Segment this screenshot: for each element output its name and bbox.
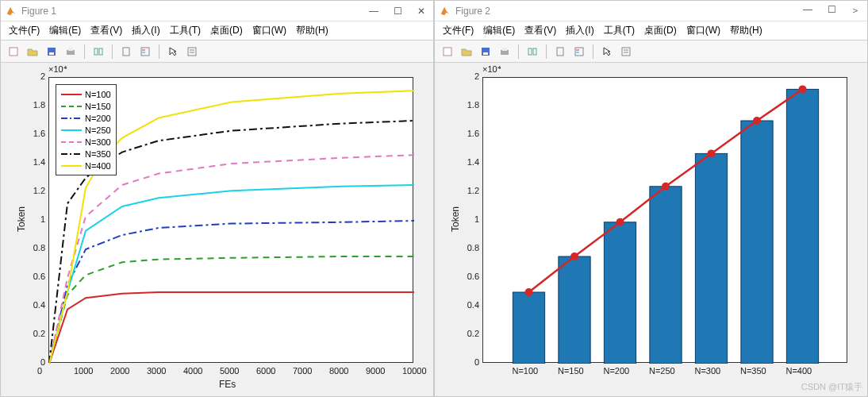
legend-item[interactable]: N=250 [61, 124, 111, 136]
y-tick: 1.8 [21, 100, 45, 110]
menu-desktop[interactable]: 桌面(D) [210, 24, 243, 37]
titlebar[interactable]: Figure 2 — ☐ ＞ [435, 1, 867, 21]
legend-item[interactable]: N=300 [61, 136, 111, 148]
y-tick: 0.4 [455, 300, 479, 310]
matlab-icon [6, 6, 17, 17]
print-icon[interactable] [63, 44, 79, 60]
menu-file[interactable]: 文件(F) [9, 24, 40, 37]
new-figure-icon[interactable] [440, 44, 455, 60]
menu-insert[interactable]: 插入(I) [132, 24, 159, 37]
menu-tools[interactable]: 工具(T) [604, 24, 635, 37]
legend-item[interactable]: N=350 [61, 148, 111, 160]
next-button[interactable]: ＞ [848, 4, 862, 17]
pointer-icon[interactable] [599, 44, 615, 60]
save-icon[interactable] [478, 44, 494, 60]
svg-rect-0 [10, 48, 17, 56]
menu-help[interactable]: 帮助(H) [730, 24, 762, 37]
y-tick: 1.6 [455, 129, 479, 138]
y-tick: 1.8 [455, 100, 479, 110]
axes-1[interactable]: N=100N=150N=200N=250N=300N=350N=400 [48, 77, 413, 363]
separator [546, 44, 547, 59]
svg-rect-2 [49, 52, 54, 55]
titlebar[interactable]: Figure 1 — ☐ ✕ [1, 1, 433, 21]
maximize-button[interactable]: ☐ [390, 6, 405, 17]
x-tick: N=300 [695, 366, 721, 376]
x-tick: 6000 [256, 366, 275, 376]
menu-window[interactable]: 窗口(W) [252, 24, 286, 37]
menu-insert[interactable]: 插入(I) [566, 24, 593, 37]
legend-item[interactable]: N=200 [61, 112, 111, 124]
menu-help[interactable]: 帮助(H) [296, 24, 328, 37]
legend-icon[interactable] [137, 44, 153, 60]
svg-rect-29 [575, 48, 583, 56]
separator [84, 44, 85, 59]
legend-item[interactable]: N=400 [61, 160, 111, 172]
open-icon[interactable] [25, 44, 40, 60]
legend-item[interactable]: N=150 [61, 100, 111, 112]
menubar: 文件(F) 编辑(E) 查看(V) 插入(I) 工具(T) 桌面(D) 窗口(W… [435, 21, 867, 40]
separator [518, 44, 519, 59]
x-tick: N=400 [786, 366, 812, 376]
svg-rect-4 [68, 48, 73, 51]
bar-chart [483, 78, 848, 364]
pointer-icon[interactable] [165, 44, 181, 60]
menu-view[interactable]: 查看(V) [90, 24, 122, 37]
y-tick: 1.6 [21, 129, 45, 138]
y-tick: 1 [455, 214, 479, 224]
menu-desktop[interactable]: 桌面(D) [644, 24, 677, 37]
svg-point-44 [616, 218, 624, 226]
minimize-button[interactable]: — [367, 6, 381, 17]
svg-rect-37 [604, 222, 636, 364]
axes-2[interactable] [482, 77, 847, 363]
save-icon[interactable] [44, 44, 60, 60]
legend-item[interactable]: N=100 [61, 88, 111, 100]
y-tick: 1 [21, 214, 45, 224]
data-cursor-icon[interactable] [618, 44, 634, 60]
legend-label: N=400 [85, 161, 111, 171]
new-figure-icon[interactable] [6, 44, 21, 60]
print-icon[interactable] [497, 44, 513, 60]
svg-rect-5 [94, 48, 98, 55]
open-icon[interactable] [459, 44, 474, 60]
x-axis-label: FEs [219, 379, 236, 390]
menu-view[interactable]: 查看(V) [524, 24, 556, 37]
legend-label: N=300 [85, 137, 111, 147]
y-tick: 0.6 [455, 272, 479, 281]
x-tick: N=350 [740, 366, 766, 376]
window-controls: — ☐ ✕ [367, 6, 428, 17]
svg-rect-38 [650, 187, 682, 364]
svg-point-42 [525, 288, 533, 296]
watermark: CSDN @IT猿手 [801, 381, 862, 393]
menubar: 文件(F) 编辑(E) 查看(V) 插入(I) 工具(T) 桌面(D) 窗口(W… [1, 21, 433, 40]
y-tick: 0.2 [21, 329, 45, 338]
legend[interactable]: N=100N=150N=200N=250N=300N=350N=400 [56, 84, 117, 175]
svg-rect-25 [502, 48, 507, 51]
x-tick: 4000 [183, 366, 202, 376]
plot-area-2: ×10⁴ Token 00.20.40.60.811.21.41.61.82 N… [435, 63, 867, 396]
menu-tools[interactable]: 工具(T) [170, 24, 201, 37]
close-button[interactable]: ✕ [414, 6, 428, 17]
y-tick: 0.2 [455, 329, 479, 338]
menu-edit[interactable]: 编辑(E) [49, 24, 81, 37]
svg-rect-7 [123, 48, 129, 56]
maximize-button[interactable]: ☐ [824, 4, 839, 17]
menu-window[interactable]: 窗口(W) [686, 24, 720, 37]
menu-edit[interactable]: 编辑(E) [483, 24, 515, 37]
toolbar [1, 40, 433, 63]
x-tick: 2000 [110, 366, 129, 376]
separator [112, 44, 113, 59]
y-tick: 0.4 [21, 300, 45, 310]
link-axes-icon[interactable] [90, 44, 106, 60]
svg-point-46 [708, 149, 716, 157]
link-axes-icon[interactable] [524, 44, 540, 60]
data-cursor-icon[interactable] [184, 44, 200, 60]
minimize-button[interactable]: — [801, 4, 815, 17]
svg-rect-36 [559, 256, 590, 364]
y-tick: 0.8 [21, 243, 45, 252]
legend-icon[interactable] [571, 44, 587, 60]
colorbar-icon[interactable] [552, 44, 568, 60]
colorbar-icon[interactable] [118, 44, 134, 60]
menu-file[interactable]: 文件(F) [443, 24, 474, 37]
figure-1-window: Figure 1 — ☐ ✕ 文件(F) 编辑(E) 查看(V) 插入(I) 工… [0, 0, 434, 397]
svg-rect-21 [444, 48, 451, 56]
